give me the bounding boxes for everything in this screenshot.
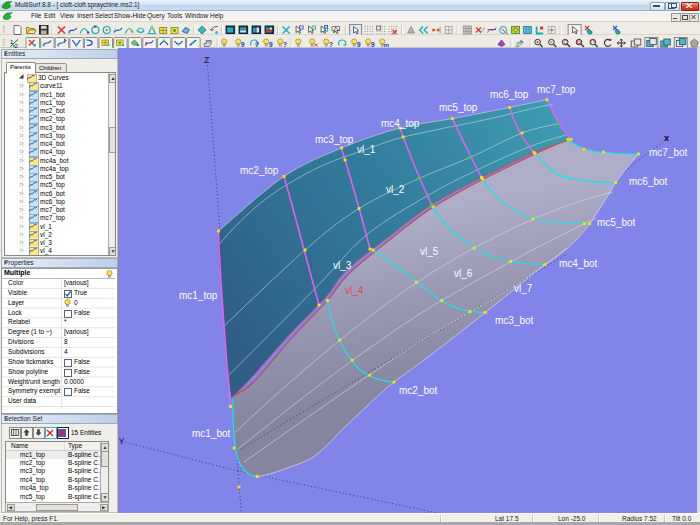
svg-text:mc4_top: mc4_top [381, 118, 420, 129]
svg-text:mc2_bot: mc2_bot [399, 385, 438, 396]
svg-text:mc6_top: mc6_top [490, 89, 529, 100]
svg-text:mc7_top: mc7_top [537, 84, 576, 95]
svg-text:vl_6: vl_6 [454, 268, 473, 279]
svg-text:vl_3: vl_3 [333, 260, 352, 271]
svg-text:Z: Z [204, 55, 210, 65]
svg-text:vl_4: vl_4 [345, 285, 364, 296]
svg-text:vl_7: vl_7 [514, 283, 533, 294]
svg-text:vl_1: vl_1 [357, 144, 376, 155]
svg-text:mc4_bot: mc4_bot [559, 258, 598, 269]
svg-text:mc5_bot: mc5_bot [597, 217, 636, 228]
svg-text:mc2_top: mc2_top [240, 165, 279, 176]
svg-text:9: 9 [269, 41, 273, 48]
svg-text:mc6_bot: mc6_bot [629, 176, 668, 187]
svg-text:?: ? [283, 41, 287, 48]
svg-text:9: 9 [357, 41, 361, 48]
svg-text:mc5_top: mc5_top [439, 102, 478, 113]
svg-text:vl_2: vl_2 [386, 184, 405, 195]
svg-text:9: 9 [371, 41, 375, 48]
svg-text:9: 9 [241, 41, 245, 48]
svg-text:C: C [564, 39, 568, 45]
svg-text:?: ? [329, 41, 333, 48]
svg-text:vl_5: vl_5 [420, 246, 439, 257]
svg-text:mc1_bot: mc1_bot [192, 428, 231, 439]
svg-text:mc7_bot: mc7_bot [649, 147, 688, 158]
svg-text:Y: Y [119, 436, 125, 446]
svg-text:mc1_top: mc1_top [179, 290, 218, 301]
svg-text:x: x [664, 133, 669, 143]
svg-text:mc3_top: mc3_top [315, 134, 354, 145]
svg-text:mc3_bot: mc3_bot [495, 315, 534, 326]
svg-text:?: ? [255, 41, 259, 48]
